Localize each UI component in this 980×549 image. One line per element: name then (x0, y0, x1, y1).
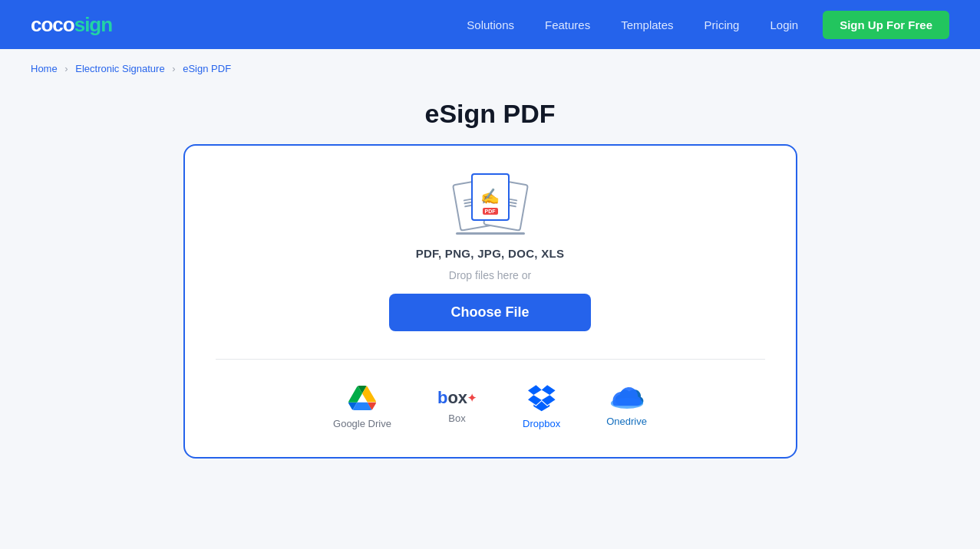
box-label: Box (448, 413, 465, 424)
google-drive-label: Google Drive (333, 418, 391, 429)
breadcrumb-sep2: › (172, 63, 175, 74)
upload-area: DO G ✍ PDF PDF, PNG, JPG, DOC, XLS Drop … (216, 173, 765, 429)
nav-features[interactable]: Features (545, 18, 590, 31)
file-types: PDF, PNG, JPG, DOC, XLS (416, 247, 565, 260)
onedrive-item[interactable]: Onedrive (606, 386, 647, 427)
breadcrumb-home[interactable]: Home (31, 63, 58, 74)
dropbox-item[interactable]: Dropbox (523, 384, 560, 429)
underline-bar (456, 232, 525, 235)
dropbox-label: Dropbox (523, 418, 560, 429)
nav-solutions[interactable]: Solutions (467, 18, 514, 31)
breadcrumb-current: eSign PDF (183, 63, 231, 74)
logo[interactable]: cocosign (31, 13, 112, 37)
nav-login[interactable]: Login (770, 18, 798, 31)
sign-icon: ✍ (480, 187, 500, 205)
divider (216, 359, 765, 360)
google-drive-item[interactable]: Google Drive (333, 384, 391, 429)
nav-links: Solutions Features Templates Pricing Log… (467, 18, 798, 31)
signup-button[interactable]: Sign Up For Free (823, 11, 949, 39)
nav-pricing[interactable]: Pricing (704, 18, 740, 31)
google-drive-icon (348, 384, 376, 412)
choose-file-button[interactable]: Choose File (389, 294, 590, 331)
onedrive-label: Onedrive (606, 416, 647, 427)
file-doc-center: ✍ PDF (471, 173, 510, 221)
dropbox-icon (528, 384, 556, 412)
cloud-services-row: Google Drive box✦ Box Dropbox (333, 384, 647, 429)
upload-card: DO G ✍ PDF PDF, PNG, JPG, DOC, XLS Drop … (183, 144, 797, 459)
navbar: cocosign Solutions Features Templates Pr… (0, 0, 980, 49)
page-title: eSign PDF (0, 99, 980, 129)
logo-sign: sign (74, 13, 112, 37)
breadcrumb-esig[interactable]: Electronic Signature (75, 63, 164, 74)
drop-text: Drop files here or (449, 269, 531, 281)
file-icon-group: DO G ✍ PDF (456, 173, 525, 235)
onedrive-icon (610, 386, 644, 409)
box-item[interactable]: box✦ Box (437, 390, 477, 424)
box-icon: box✦ (437, 390, 477, 406)
pdf-badge: PDF (483, 208, 498, 215)
logo-coco: coco (31, 13, 74, 37)
breadcrumb-sep1: › (64, 63, 68, 74)
breadcrumb: Home › Electronic Signature › eSign PDF (0, 49, 980, 81)
nav-templates[interactable]: Templates (621, 18, 673, 31)
